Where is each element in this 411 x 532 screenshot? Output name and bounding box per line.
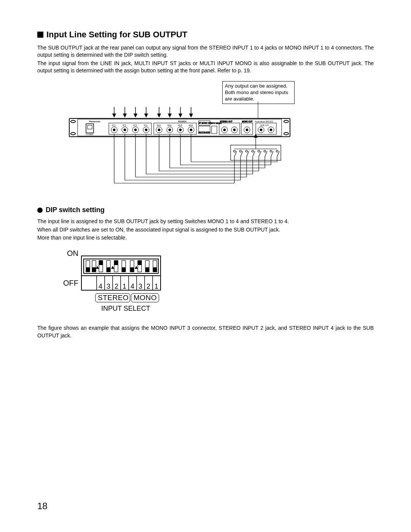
svg-point-52 [233,129,236,131]
svg-text:STEREO OUT: STEREO OUT [220,120,233,123]
svg-point-61 [260,129,262,131]
intro-paragraph-1: The SUB OUTPUT jack at the rear panel ca… [37,44,374,59]
svg-point-63 [270,129,272,131]
svg-point-20 [284,133,288,135]
svg-point-37 [169,129,171,131]
svg-marker-15 [190,114,193,117]
svg-marker-151 [135,266,138,269]
svg-rect-23 [88,125,92,129]
svg-text:MN4: MN4 [189,124,193,126]
square-bullet-icon [37,32,43,38]
svg-rect-141 [99,260,103,265]
dip-paragraph-1: The input line is assigned to the SUB OU… [37,218,374,225]
intro-paragraph-2: The input signal from the LINE IN jack, … [37,60,374,75]
svg-marker-13 [179,114,182,117]
dip-paragraph-2: When all DIP switches are set to ON, the… [37,226,374,233]
svg-marker-150 [111,266,114,269]
svg-rect-46 [212,126,217,134]
svg-text:MN2: MN2 [167,124,172,126]
dip-stereo-label: STEREO [95,293,130,302]
series-label: RAMSA [178,120,186,123]
svg-rect-144 [122,267,126,272]
svg-text:ST1: ST1 [112,124,115,126]
svg-point-41 [190,129,192,131]
svg-point-100 [240,150,242,152]
svg-rect-145 [130,267,134,272]
svg-point-39 [179,129,182,131]
svg-point-104 [252,150,254,152]
rack-rear-panel-figure: Any output can be assigned. Both mono an… [68,88,349,191]
svg-point-17 [71,120,75,123]
svg-point-19 [284,120,288,123]
svg-rect-143 [114,260,118,265]
dip-switch-figure: ON OFF [52,248,174,317]
dip-mono-num-3: 3 [139,283,142,291]
rack-diagram-svg: Panasonic RAMSA POWER [68,88,349,191]
svg-rect-146 [138,260,142,265]
svg-text:MN3: MN3 [178,124,182,126]
svg-rect-140 [92,267,96,272]
svg-marker-7 [145,114,148,117]
svg-text:MN1: MN1 [157,124,161,126]
dip-stereo-num-1: 1 [123,283,126,291]
dip-mono-num-2: 2 [147,283,150,291]
svg-point-33 [145,129,147,131]
power-label: POWER [86,133,93,136]
svg-marker-9 [158,114,161,117]
dip-example-paragraph: The figure shows an example that assigns… [37,324,374,339]
svg-text:Audio Mixer WR-XS3: Audio Mixer WR-XS3 [255,120,273,123]
dip-mono-label: MONO [131,293,159,302]
dip-switch-heading-text: DIP switch setting [46,206,105,214]
svg-rect-147 [145,267,149,272]
svg-point-31 [134,129,137,131]
svg-marker-1 [113,114,116,117]
dip-mono-num-1: 1 [155,283,158,291]
svg-point-35 [158,129,160,131]
dip-switch-heading: DIP switch setting [37,206,374,214]
svg-marker-11 [168,114,171,117]
svg-point-108 [264,150,266,152]
svg-point-112 [276,150,278,152]
brand-label: Panasonic [89,120,101,123]
dip-mono-num-4: 4 [131,283,134,291]
svg-point-98 [234,150,236,152]
svg-rect-139 [86,267,90,272]
svg-marker-5 [134,114,137,117]
dip-stereo-num-4: 4 [99,283,102,291]
svg-text:ST2: ST2 [123,124,126,126]
svg-rect-48 [219,123,240,134]
svg-text:SUB OUT: SUB OUT [260,124,269,126]
svg-marker-3 [123,114,126,117]
dip-stereo-num-2: 2 [115,283,118,291]
svg-point-110 [270,150,272,152]
svg-point-102 [246,150,248,152]
svg-text:ST3: ST3 [133,124,137,126]
svg-text:ST4: ST4 [144,124,147,126]
svg-point-56 [246,129,248,131]
svg-point-27 [113,129,115,131]
svg-text:ST MONO DIP: ST MONO DIP [199,122,212,124]
svg-point-29 [124,129,126,131]
svg-point-18 [71,133,75,135]
svg-rect-148 [153,267,157,272]
svg-marker-149 [96,266,99,269]
section-title: Input Line Setting for SUB OUTPUT [37,30,374,40]
circle-bullet-icon [37,208,43,213]
svg-text:MONO OUT: MONO OUT [242,120,253,123]
dip-stereo-num-3: 3 [107,283,110,291]
svg-point-106 [258,150,260,152]
svg-rect-142 [107,267,110,272]
svg-point-50 [223,129,226,131]
dip-paragraph-3: More than one input line is selectable. [37,234,374,241]
svg-text:MULTI IN MONO: MULTI IN MONO [199,131,210,133]
section-title-text: Input Line Setting for SUB OUTPUT [46,30,187,40]
dip-input-select-label: INPUT SELECT [101,305,150,313]
page-number: 18 [37,501,48,511]
